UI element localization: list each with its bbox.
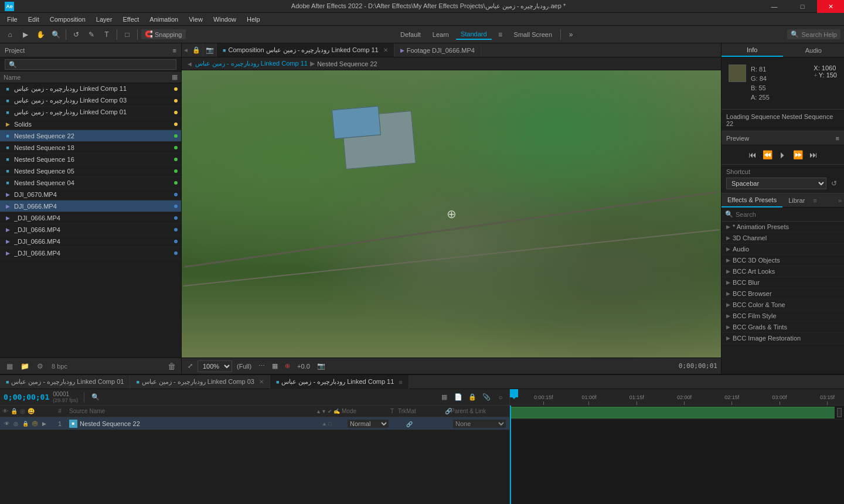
search-help[interactable]: 🔍 Search Help — [787, 29, 840, 39]
fit-to-screen[interactable]: ⤢ — [185, 360, 195, 372]
effect-category-bcc-browser[interactable]: ▶ BCC Browser — [722, 288, 844, 299]
workspace-small-screen[interactable]: Small Screen — [509, 30, 557, 39]
list-item[interactable]: ■ رودبارچیره - زمین عباس Linked Comp 01 — [0, 107, 181, 118]
list-item[interactable]: ■ Nested Sequence 05 — [0, 165, 181, 177]
menu-help[interactable]: Help — [242, 15, 265, 24]
select-tool[interactable]: ▶ — [19, 28, 32, 41]
timeline-tab-comp03[interactable]: ■ رودبارچیره - زمین عباس Linked Comp 03 … — [130, 375, 270, 389]
solo-icon[interactable]: ◎ — [12, 420, 20, 428]
preview-menu[interactable]: ≡ — [836, 135, 839, 142]
menu-animation[interactable]: Animation — [145, 15, 183, 24]
effects-search-input[interactable] — [736, 211, 840, 218]
tab-library[interactable]: Librar — [782, 193, 811, 207]
list-item[interactable]: ■ Nested Sequence 16 — [0, 154, 181, 165]
type-tool[interactable]: T — [100, 28, 113, 41]
effect-category-bcc-image[interactable]: ▶ BCC Image Restoration — [722, 333, 844, 344]
zoom-select[interactable]: 100% 50% 25% 200% — [198, 360, 232, 372]
shape-tool[interactable]: □ — [121, 28, 134, 41]
project-search-input[interactable] — [5, 59, 176, 70]
timeline-tab-comp01[interactable]: ■ رودبارچیره - زمین عباس Linked Comp 01 — [0, 375, 130, 389]
list-item[interactable]: ■ رودبارچیره - زمین عباس Linked Comp 11 — [0, 83, 181, 95]
first-frame-button[interactable]: ⏮ — [747, 149, 758, 161]
effects-menu[interactable]: ≡ — [813, 197, 816, 204]
effect-category-3d-channel[interactable]: ▶ 3D Channel — [722, 233, 844, 244]
tl-btn-4[interactable]: 📎 — [481, 392, 492, 403]
color-correction[interactable]: ⊕ — [283, 360, 292, 372]
list-item[interactable]: ■ رودبارچیره - زمین عباس Linked Comp 03 — [0, 95, 181, 107]
workspace-standard[interactable]: Standard — [456, 29, 492, 40]
snapshot[interactable]: 📷 — [315, 360, 328, 372]
prev-frame-button[interactable]: ⏪ — [762, 149, 774, 161]
playhead-indicator[interactable] — [510, 389, 518, 397]
menu-composition[interactable]: Composition — [45, 15, 90, 24]
breadcrumb-nested[interactable]: Nested Sequence 22 — [317, 60, 377, 67]
collapse-icon[interactable]: ▶ — [40, 420, 48, 428]
parent-select[interactable]: None — [453, 420, 506, 428]
list-item[interactable]: ▶ Solids — [0, 118, 181, 130]
tab-close-button[interactable]: ✕ — [259, 379, 264, 385]
effect-category-bcc-film[interactable]: ▶ BCC Film Style — [722, 311, 844, 322]
list-item[interactable]: ■ Nested Sequence 22 — [0, 130, 181, 142]
zoom-tool[interactable]: 🔍 — [49, 28, 62, 41]
visibility-icon[interactable]: 👁 — [2, 420, 11, 428]
viewer-tab-comp11[interactable]: ■ Composition رودبارچیره - زمین عباس Lin… — [217, 43, 394, 57]
frame-blending[interactable]: □ — [328, 421, 331, 427]
timeline-timecode[interactable]: 0;00;00;01 — [4, 393, 49, 401]
menu-layer[interactable]: Layer — [91, 15, 117, 24]
list-item[interactable]: ▶ _DJI_0666.MP4 — [0, 247, 181, 259]
shy-icon[interactable]: 😃 — [30, 420, 39, 428]
shortcut-reset[interactable]: ↺ — [829, 178, 839, 189]
track-clip[interactable] — [510, 407, 838, 418]
menu-file[interactable]: File — [2, 15, 22, 24]
timeline-tab-comp11[interactable]: ■ رودبارچیره - زمین عباس Linked Comp 11 … — [270, 375, 409, 389]
list-item[interactable]: ▶ DJI_0670.MP4 — [0, 189, 181, 200]
timeline-track-area[interactable] — [510, 406, 844, 504]
last-frame-button[interactable]: ⏭ — [808, 149, 819, 161]
list-item[interactable]: ▶ _DJI_0666.MP4 — [0, 236, 181, 247]
workspace-learn[interactable]: Learn — [428, 30, 454, 39]
effect-category-bcc-blur[interactable]: ▶ BCC Blur — [722, 277, 844, 288]
quality-button[interactable]: (Full) — [234, 360, 254, 372]
menu-view[interactable]: View — [184, 15, 207, 24]
hand-tool[interactable]: ✋ — [34, 28, 47, 41]
effect-category-animation-presets[interactable]: ▶ * Animation Presets — [722, 222, 844, 233]
tl-btn-5[interactable]: ○ — [495, 392, 506, 403]
list-item[interactable]: ■ Nested Sequence 18 — [0, 142, 181, 154]
next-frame-button[interactable]: ⏩ — [792, 149, 804, 161]
tl-btn-2[interactable]: 📄 — [453, 392, 464, 403]
channel-button[interactable]: ▦ — [270, 360, 280, 372]
list-item[interactable]: ▶ _DJI_0666.MP4 — [0, 212, 181, 224]
tl-btn-1[interactable]: ▦ — [439, 392, 450, 403]
snapping-button[interactable]: 🧲 Snapping — [141, 29, 186, 39]
effect-category-bcc-3d[interactable]: ▶ BCC 3D Objects — [722, 255, 844, 266]
viewer-tab-footage[interactable]: ▶ Footage DJI_0666.MP4 — [394, 43, 481, 57]
menu-window[interactable]: Window — [209, 15, 241, 24]
tab-audio[interactable]: Audio — [783, 43, 845, 57]
delete-button[interactable]: 🗑 — [166, 360, 178, 372]
list-item[interactable]: ■ Nested Sequence 04 — [0, 177, 181, 189]
maximize-button[interactable]: □ — [789, 0, 816, 13]
effects-expand[interactable]: » — [838, 197, 844, 204]
home-button[interactable]: ⌂ — [4, 28, 16, 41]
workspace-menu[interactable]: ≡ — [494, 28, 507, 41]
breadcrumb-comp[interactable]: رودبارچیره - زمین عباس Linked Comp 11 — [195, 60, 308, 67]
mode-select[interactable]: Normal — [348, 420, 389, 428]
timeline-menu[interactable]: ≡ — [399, 379, 402, 386]
minimize-button[interactable]: — — [761, 0, 788, 13]
grid-button[interactable]: ⋯ — [256, 360, 267, 372]
new-comp-button[interactable]: ▦ — [4, 360, 15, 372]
more-workspaces[interactable]: » — [564, 28, 577, 41]
effect-category-bcc-color[interactable]: ▶ BCC Color & Tone — [722, 299, 844, 311]
shortcut-select[interactable]: Spacebar — [726, 178, 826, 189]
play-pause-button[interactable]: ⏵ — [777, 149, 789, 161]
project-menu-icon[interactable]: ≡ — [173, 47, 176, 54]
menu-edit[interactable]: Edit — [23, 15, 44, 24]
collapse-transform[interactable]: ▲ — [322, 421, 327, 427]
table-row[interactable]: 👁 ◎ 🔒 😃 ▶ 1 ■ Nested Sequence 22 ▲ □ — [0, 417, 509, 430]
list-item[interactable]: ▶ DJI_0666.MP4 — [0, 200, 181, 212]
exposure[interactable]: +0.0 — [295, 360, 312, 372]
new-folder-button[interactable]: 📁 — [19, 360, 30, 372]
search-timeline[interactable]: 🔍 — [90, 392, 101, 403]
tl-btn-3[interactable]: 🔒 — [467, 392, 478, 403]
pen-tool[interactable]: ✎ — [85, 28, 98, 41]
